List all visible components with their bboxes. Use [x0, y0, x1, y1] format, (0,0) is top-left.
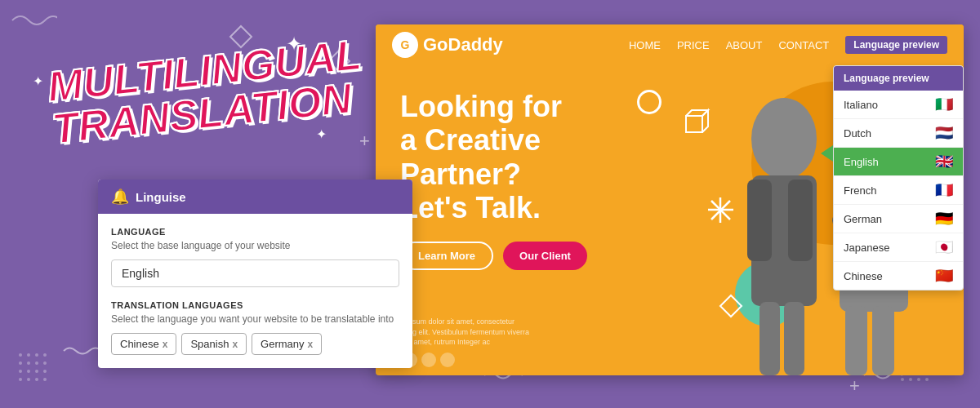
svg-point-12	[35, 370, 38, 373]
lang-flag-chinese: 🇨🇳	[935, 267, 953, 285]
website-preview: G GoDaddy HOME PRICE ABOUT CONTACT Langu…	[376, 24, 964, 375]
linguise-panel-header: 🔔 Linguise	[98, 180, 412, 214]
headline-line1: Looking for	[400, 90, 562, 123]
svg-rect-38	[788, 180, 813, 261]
nav-about[interactable]: ABOUT	[726, 39, 763, 51]
tag-remove-germany[interactable]: x	[308, 339, 314, 350]
our-client-button[interactable]: Our Client	[503, 242, 587, 270]
svg-point-33	[925, 378, 929, 381]
svg-point-7	[27, 361, 30, 365]
tag-germany[interactable]: Germany x	[252, 333, 322, 355]
lang-preview-button[interactable]: Language preview	[845, 36, 947, 54]
headline-line4: Let's Talk.	[400, 191, 541, 224]
headline-line3: Partner?	[400, 157, 521, 191]
svg-point-11	[27, 370, 30, 373]
language-section-label: LANGUAGE	[111, 227, 399, 237]
svg-point-31	[909, 378, 912, 381]
lang-name-french: French	[844, 184, 876, 197]
linguise-panel: 🔔 Linguise LANGUAGE Select the base lang…	[98, 180, 412, 368]
deco-asterisk	[706, 196, 735, 224]
site-nav: G GoDaddy HOME PRICE ABOUT CONTACT Langu…	[376, 24, 964, 65]
svg-marker-48	[720, 295, 742, 317]
lang-name-italiano: Italiano	[844, 99, 878, 111]
lang-dropdown-arrow	[821, 145, 833, 162]
svg-rect-40	[784, 302, 804, 375]
lang-flag-japanese: 🇯🇵	[935, 238, 953, 256]
site-nav-links: HOME PRICE ABOUT CONTACT Language previe…	[629, 36, 947, 54]
deco-circle-outline	[637, 90, 662, 114]
lang-flag-italiano: 🇮🇹	[935, 95, 953, 113]
lang-item-japanese[interactable]: Japanese 🇯🇵	[834, 233, 963, 262]
tag-label-chinese: Chinese	[120, 338, 159, 350]
headline-line2: a Creative	[400, 123, 541, 157]
svg-point-4	[35, 353, 38, 357]
linguise-logo-icon: 🔔	[111, 188, 129, 206]
site-logo-text: GoDaddy	[423, 34, 503, 55]
nav-price[interactable]: PRICE	[677, 39, 710, 51]
lang-flag-dutch: 🇳🇱	[935, 124, 953, 142]
social-icon-4[interactable]	[440, 353, 455, 367]
tag-remove-spanish[interactable]: x	[232, 339, 238, 350]
site-headline: Looking for a Creative Partner? Let's Ta…	[400, 90, 629, 225]
lang-item-french[interactable]: French 🇫🇷	[834, 176, 963, 205]
lang-flag-english: 🇬🇧	[935, 153, 953, 171]
svg-point-5	[43, 353, 47, 357]
lang-flag-german: 🇩🇪	[935, 210, 953, 228]
svg-point-9	[43, 361, 47, 365]
svg-point-14	[19, 378, 22, 381]
svg-point-16	[35, 378, 38, 381]
site-logo-icon: G	[392, 32, 418, 58]
language-input[interactable]	[111, 259, 399, 287]
sparkle-3: ✦	[316, 126, 327, 142]
translation-section-sub: Select the language you want your websit…	[111, 313, 399, 325]
site-logo: G GoDaddy	[392, 32, 503, 58]
svg-rect-45	[845, 306, 867, 375]
svg-point-17	[43, 378, 47, 381]
deco-diamond-orange	[719, 294, 743, 318]
svg-point-32	[917, 378, 920, 381]
svg-point-13	[43, 370, 47, 373]
lang-name-german: German	[844, 213, 882, 225]
svg-point-10	[19, 370, 22, 373]
svg-rect-47	[686, 116, 702, 132]
social-icon-3[interactable]	[421, 353, 436, 367]
language-dropdown: Language preview Italiano 🇮🇹 Dutch 🇳🇱 En…	[833, 65, 964, 290]
lang-item-dutch[interactable]: Dutch 🇳🇱	[834, 119, 963, 148]
lang-flag-french: 🇫🇷	[935, 181, 953, 199]
title-area: ✦ ✦ ✦ MULTILINGUAL TRANSLATION	[24, 49, 368, 134]
svg-point-35	[751, 98, 817, 180]
linguise-header-label: Linguise	[136, 190, 186, 204]
tag-chinese[interactable]: Chinese x	[111, 333, 176, 355]
lang-item-chinese[interactable]: Chinese 🇨🇳	[834, 262, 963, 290]
lang-name-english: English	[844, 156, 879, 168]
svg-point-15	[27, 378, 30, 381]
lang-item-english[interactable]: English 🇬🇧	[834, 148, 963, 176]
svg-rect-46	[872, 306, 894, 375]
svg-point-2	[19, 353, 22, 357]
tag-label-germany: Germany	[261, 338, 304, 350]
svg-rect-39	[760, 302, 780, 375]
nav-home[interactable]: HOME	[629, 39, 661, 51]
tag-spanish[interactable]: Spanish x	[181, 333, 247, 355]
learn-more-button[interactable]: Learn More	[400, 242, 493, 270]
svg-point-3	[27, 353, 30, 357]
deco-cube	[682, 106, 710, 135]
lang-name-dutch: Dutch	[844, 127, 871, 140]
lang-name-japanese: Japanese	[844, 242, 889, 254]
tag-label-spanish: Spanish	[190, 338, 229, 350]
tag-remove-chinese[interactable]: x	[163, 339, 168, 350]
svg-point-6	[19, 361, 22, 365]
lang-dropdown-header: Language preview	[834, 66, 963, 91]
linguise-panel-body: LANGUAGE Select the base language of you…	[98, 214, 412, 368]
translation-section-label: TRANSLATION LANGUAGES	[111, 300, 399, 310]
translation-tags-row: Chinese x Spanish x Germany x	[111, 333, 399, 355]
sparkle-2: ✦	[33, 73, 43, 89]
svg-rect-37	[747, 180, 772, 261]
lang-item-german[interactable]: German 🇩🇪	[834, 205, 963, 233]
lang-item-italiano[interactable]: Italiano 🇮🇹	[834, 91, 963, 119]
lang-name-chinese: Chinese	[844, 270, 883, 282]
svg-point-8	[35, 361, 38, 365]
nav-contact[interactable]: CONTACT	[778, 39, 829, 51]
language-section-sub: Select the base language of your website	[111, 240, 399, 251]
